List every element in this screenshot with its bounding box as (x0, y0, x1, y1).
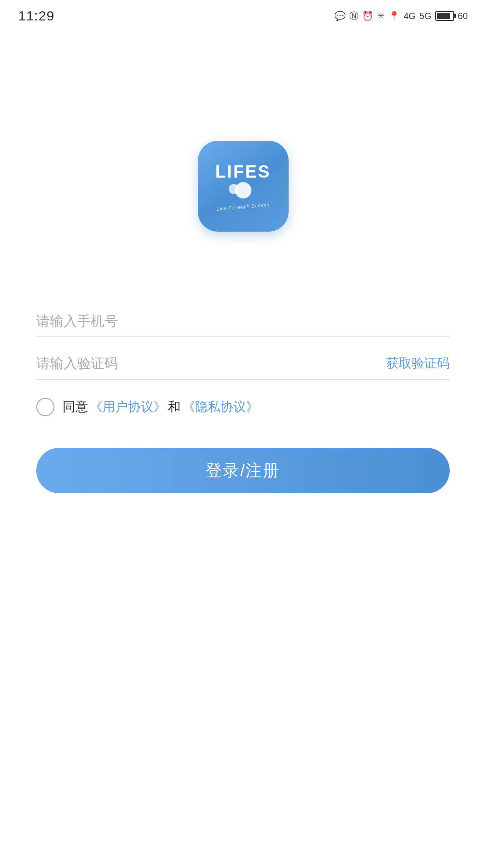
agreement-row: 同意 《用户协议》 和 《隐私协议》 (36, 398, 450, 416)
battery-percent: 60 (458, 11, 468, 21)
agreement-text: 同意 《用户协议》 和 《隐私协议》 (63, 398, 259, 416)
battery-fill (437, 13, 450, 19)
bluetooth-icon: ✳ (377, 10, 385, 21)
agreement-and: 和 (168, 398, 181, 416)
signal-5g-icon: 5G (419, 11, 432, 21)
logo-tagline: Live For each Second (216, 202, 270, 212)
status-icons: 💬 Ⓝ ⏰ ✳ 📍 4G 5G 60 (334, 10, 468, 22)
form-area: 获取验证码 同意 《用户协议》 和 《隐私协议》 登录/注册 (36, 304, 450, 493)
alarm-icon: ⏰ (362, 10, 373, 21)
status-bar: 11:29 💬 Ⓝ ⏰ ✳ 📍 4G 5G 60 (0, 0, 486, 32)
logo-area: LIFES Live For each Second (198, 141, 289, 232)
code-input[interactable] (36, 356, 386, 371)
main-container: LIFES Live For each Second 获取验证码 (0, 32, 486, 868)
user-agreement-link[interactable]: 《用户协议》 (90, 398, 166, 416)
message-icon: 💬 (334, 10, 346, 21)
phone-input[interactable] (36, 313, 450, 329)
code-input-group: 获取验证码 (36, 346, 450, 380)
phone-input-group (36, 304, 450, 337)
status-time: 11:29 (18, 8, 54, 24)
get-code-button[interactable]: 获取验证码 (386, 355, 450, 372)
agreement-radio[interactable] (36, 398, 54, 416)
privacy-agreement-link[interactable]: 《隐私协议》 (182, 398, 259, 416)
code-input-row: 获取验证码 (36, 346, 450, 380)
login-button[interactable]: 登录/注册 (36, 448, 450, 493)
location-icon: 📍 (388, 10, 400, 21)
phone-input-row (36, 304, 450, 337)
logo-text: LIFES (215, 163, 271, 180)
signal-4g-icon: 4G (403, 11, 416, 21)
agreement-prefix: 同意 (63, 398, 88, 416)
app-logo: LIFES Live For each Second (198, 141, 289, 232)
nfc-icon: Ⓝ (349, 10, 358, 22)
logo-icon-circle (229, 182, 258, 201)
battery-icon (435, 11, 454, 21)
logo-big-circle (235, 182, 251, 198)
